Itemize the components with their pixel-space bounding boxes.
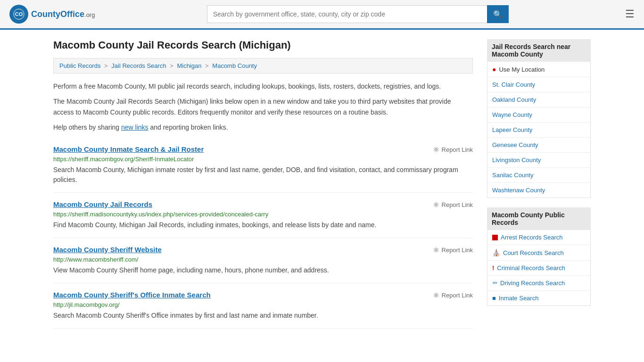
public-records-item: ! Criminal Records Search [487,261,590,276]
nearby-item: ●Use My Location [487,62,590,77]
result-header: Macomb County Sheriff's Office Inmate Se… [53,291,473,300]
report-label-2: Report Link [442,247,473,254]
report-link-3[interactable]: ⚛ Report Link [433,291,473,300]
nearby-item: Lapeer County [487,123,590,138]
public-records-label-4: Inmate Search [499,295,539,302]
nearby-county-link-7[interactable]: Sanilac County [487,168,590,182]
results-container: Macomb County Inmate Search & Jail Roste… [53,138,473,329]
result-desc-3: Search Macomb County Sheriff's Office in… [53,311,473,321]
menu-button[interactable]: ☰ [625,8,635,20]
report-link-0[interactable]: ⚛ Report Link [433,145,473,154]
header-right: ☰ [620,8,635,20]
main-container: Macomb County Jail Records Search (Michi… [44,30,600,338]
breadcrumb-public-records[interactable]: Public Records [59,62,100,69]
result-title-2[interactable]: Macomb County Sheriff Website [53,246,162,254]
result-item: Macomb County Sheriff's Office Inmate Se… [53,283,473,329]
public-records-heading: Macomb County Public Records [487,207,591,230]
use-location-link[interactable]: ●Use My Location [487,62,590,77]
breadcrumb-jail-records[interactable]: Jail Records Search [111,62,166,69]
result-desc-0: Search Macomb County, Michigan inmate ro… [53,165,473,185]
report-icon-3: ⚛ [433,291,439,300]
hamburger-icon: ☰ [625,8,635,20]
content-area: Macomb County Jail Records Search (Michi… [53,39,473,329]
page-title: Macomb County Jail Records Search (Michi… [53,39,473,51]
result-item: Macomb County Sheriff Website ⚛ Report L… [53,238,473,283]
logo-area: CO CountyOffice.org [9,5,95,24]
description-2: The Macomb County Jail Records Search (M… [53,96,473,117]
nearby-item: Oakland County [487,92,590,107]
public-records-item: ■ Inmate Search [487,291,590,305]
nearby-list: ●Use My LocationSt. Clair CountyOakland … [487,62,591,198]
search-area: 🔍 [207,5,509,23]
svg-text:CO: CO [15,11,23,17]
nearby-item: Sanilac County [487,168,590,183]
description-3: Help others by sharing new links and rep… [53,122,473,132]
public-records-link-0[interactable]: Arrest Records Search [487,230,590,245]
nearby-section: Jail Records Search near Macomb County ●… [487,39,591,198]
report-link-1[interactable]: ⚛ Report Link [433,200,473,209]
driving-icon: ⚰ [492,280,497,287]
nearby-item: Washtenaw County [487,183,590,197]
public-records-item: ⚰ Driving Records Search [487,276,590,291]
result-url-2: http://www.macombsheriff.com/ [53,256,473,263]
public-records-label-1: Court Records Search [503,249,564,256]
search-button[interactable]: 🔍 [487,5,509,23]
result-url-3: http://jil.macombgov.org/ [53,301,473,308]
description-1: Perform a free Macomb County, MI public … [53,81,473,91]
nearby-heading: Jail Records Search near Macomb County [487,39,591,62]
result-desc-2: View Macomb County Sheriff home page, in… [53,265,473,275]
criminal-icon: ! [492,264,494,272]
result-item: Macomb County Inmate Search & Jail Roste… [53,138,473,193]
public-records-label-3: Driving Records Search [500,280,565,287]
nearby-county-link-5[interactable]: Genesee County [487,138,590,152]
report-label-1: Report Link [442,201,473,208]
new-links-link[interactable]: new links [121,123,149,131]
public-records-label-0: Arrest Records Search [501,234,563,241]
public-records-item: ⛪ Court Records Search [487,245,590,261]
report-icon-1: ⚛ [433,200,439,209]
nearby-item: St. Clair County [487,77,590,92]
nearby-item: Genesee County [487,138,590,153]
result-header: Macomb County Inmate Search & Jail Roste… [53,145,473,154]
result-header: Macomb County Jail Records ⚛ Report Link [53,200,473,209]
nearby-county-link-1[interactable]: St. Clair County [487,77,590,92]
result-url-1: https://sheriff.madisoncountyky.us/index… [53,211,473,218]
result-desc-1: Find Macomb County, Michigan Jail Record… [53,220,473,230]
nearby-county-link-2[interactable]: Oakland County [487,92,590,107]
result-title-1[interactable]: Macomb County Jail Records [53,200,152,208]
report-link-2[interactable]: ⚛ Report Link [433,246,473,255]
public-records-link-4[interactable]: ■ Inmate Search [487,291,590,305]
logo-icon: CO [9,5,28,24]
public-records-link-2[interactable]: ! Criminal Records Search [487,261,590,275]
report-label-3: Report Link [442,292,473,299]
breadcrumb-michigan[interactable]: Michigan [177,62,201,69]
breadcrumb-macomb-county[interactable]: Macomb County [212,62,257,69]
public-records-item: Arrest Records Search [487,230,590,245]
nearby-county-link-4[interactable]: Lapeer County [487,123,590,137]
report-icon-0: ⚛ [433,145,439,154]
public-records-link-1[interactable]: ⛪ Court Records Search [487,245,590,260]
site-header: CO CountyOffice.org 🔍 ☰ [0,0,644,30]
public-records-section: Macomb County Public Records Arrest Reco… [487,207,591,306]
report-icon-2: ⚛ [433,246,439,255]
result-header: Macomb County Sheriff Website ⚛ Report L… [53,246,473,255]
nearby-county-link-8[interactable]: Washtenaw County [487,183,590,197]
result-url-0: https://sheriff.macombgov.org/Sheriff-In… [53,156,473,163]
result-title-0[interactable]: Macomb County Inmate Search & Jail Roste… [53,145,204,153]
nearby-county-link-3[interactable]: Wayne County [487,107,590,122]
nearby-county-link-6[interactable]: Livingston County [487,153,590,167]
arrest-icon [492,235,498,240]
public-records-label-2: Criminal Records Search [497,264,565,272]
location-dot-icon: ● [492,66,496,73]
nearby-item: Livingston County [487,153,590,168]
logo-text: CountyOffice.org [31,9,95,19]
result-title-3[interactable]: Macomb County Sheriff's Office Inmate Se… [53,291,211,299]
court-icon: ⛪ [492,249,500,256]
search-icon: 🔍 [493,10,503,18]
inmate-icon: ■ [492,295,496,302]
breadcrumb: Public Records > Jail Records Search > M… [53,58,473,74]
public-records-link-3[interactable]: ⚰ Driving Records Search [487,276,590,290]
public-records-list: Arrest Records Search⛪ Court Records Sea… [487,230,591,306]
search-input[interactable] [207,5,487,23]
nearby-item: Wayne County [487,107,590,123]
